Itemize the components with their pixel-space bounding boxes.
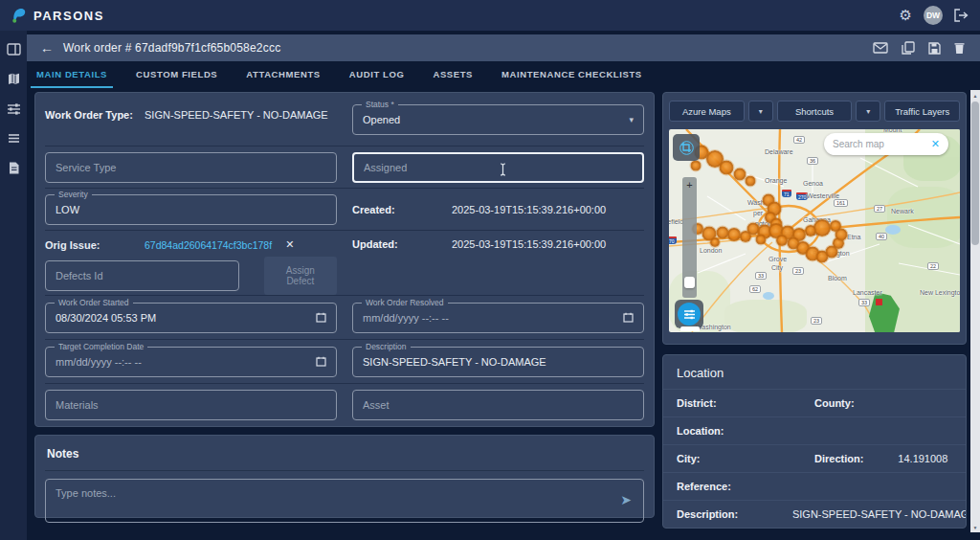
map-cluster-marker[interactable] [805,225,816,236]
tab-assets[interactable]: ASSETS [431,61,475,88]
map-select-area-button[interactable] [673,134,700,161]
copy-icon[interactable] [902,41,915,55]
route-shield: 36 [807,157,818,165]
assigned-field[interactable] [352,152,644,183]
save-icon[interactable] [928,42,941,55]
tab-custom-fields[interactable]: CUSTOM FIELDS [134,61,219,88]
map-place-label: Etna [847,234,860,240]
clear-search-icon[interactable]: ✕ [931,138,940,150]
defects-id-input[interactable] [56,270,229,281]
tab-main-details[interactable]: MAIN DETAILS [34,61,109,88]
work-order-started-field[interactable]: Work Order Started 08/30/2024 05:53 PM [45,303,337,333]
map-search-box[interactable]: Search map ✕ [824,133,948,155]
service-type-input[interactable] [56,162,326,173]
remove-orig-issue-icon[interactable]: ✕ [285,238,294,251]
map-cluster-marker[interactable] [727,228,741,241]
defects-id-field[interactable] [45,260,239,291]
target-completion-field[interactable]: Target Completion Date mm/dd/yyyy --:-- … [45,347,337,377]
map-cluster-marker[interactable] [813,219,831,236]
document-icon[interactable] [7,161,21,175]
user-avatar[interactable]: DW [924,6,943,25]
map-style-button[interactable] [675,300,703,328]
map-red-marker[interactable] [876,299,882,305]
assign-defect-button[interactable]: Assign Defect [264,257,337,295]
asset-field[interactable] [352,390,644,420]
calendar-icon[interactable] [623,312,634,323]
route-shield: 22 [927,262,939,270]
back-arrow-icon[interactable]: ← [40,40,54,56]
filter-sliders-icon[interactable] [7,101,21,116]
map-place-label: New Lexington [920,289,960,296]
map-place-label: per [753,210,763,216]
description-field[interactable]: Description SIGN-SPEED-SAFETY - NO-DAMAG… [352,347,644,377]
map-cluster-marker[interactable] [756,235,767,245]
settings-gear-icon[interactable]: ⚙ [900,7,912,24]
work-order-resolved-field[interactable]: Work Order Resolved mm/dd/yyyy --:-- -- [352,303,644,333]
location-row-district-county: District: County: [663,390,966,417]
delete-trash-icon[interactable] [954,42,965,55]
map-place-label: Westerville [807,192,839,199]
dashboard-icon[interactable] [7,42,21,56]
tab-attachments[interactable]: ATTACHMENTS [244,61,323,88]
tab-maintenance-checklists[interactable]: MAINTENANCE CHECKLISTS [500,61,644,88]
notes-title: Notes [45,443,644,471]
work-order-type-value: SIGN-SPEED-SAFETY - NO-DAMAGE [145,109,328,121]
notes-textarea[interactable] [46,480,643,522]
map-cluster-marker[interactable] [710,237,720,247]
zoom-in-icon[interactable]: + [682,177,697,192]
severity-field[interactable]: Severity LOW [45,194,337,225]
status-value: Opened [363,114,400,125]
service-type-field[interactable] [45,152,337,183]
calendar-icon[interactable] [316,356,326,367]
materials-field[interactable] [45,390,337,420]
map-cluster-marker[interactable] [746,176,756,187]
asset-input[interactable] [363,399,634,411]
target-completion-value: mm/dd/yyyy --:-- -- [56,356,142,368]
send-note-icon[interactable]: ➤ [620,492,632,507]
updated-value: 2025-03-19T15:15:39.216+00:00 [452,238,606,250]
materials-input[interactable] [56,399,326,411]
map-place-label: Lancaster [853,289,882,296]
map-cluster-marker[interactable] [720,161,734,175]
map-cluster-marker[interactable] [776,235,788,246]
map-icon[interactable] [7,72,21,86]
traffic-layers-button[interactable]: Traffic Layers [884,101,960,122]
location-panel: Location District: County: Location: Cit… [662,354,967,529]
map-zoom-out-button[interactable] [680,326,700,331]
map-place-label: Delaware [765,148,793,155]
scrollbar-thumb[interactable] [971,101,979,245]
text-cursor-icon [499,163,507,176]
chevron-down-icon: ▾ [629,115,634,124]
location-row-location: Location: [663,417,966,445]
logout-icon[interactable] [954,9,969,22]
layers-sliders-icon [683,309,696,320]
district-label: District: [677,397,717,409]
severity-value: LOW [56,204,79,215]
brand-name: PARSONS [33,9,104,23]
shortcuts-chevron-icon[interactable]: ▾ [856,101,880,122]
page-scrollbar[interactable]: ▲ ▼ [970,90,980,532]
crop-icon [679,141,694,155]
email-icon[interactable] [873,42,888,54]
zoom-slider-thumb[interactable] [684,277,695,288]
work-order-started-label: Work Order Started [55,298,133,307]
notes-field[interactable]: ➤ [45,479,644,523]
scrollbar-up-arrow[interactable]: ▲ [970,90,980,101]
map-zoom-control[interactable]: + [682,177,697,298]
workorder-header: ← Work order # 67dadf9b7f1cf65b058e2ccc [27,34,980,61]
orig-issue-link[interactable]: 67d84ad26064174cf3bc178f [145,239,272,251]
calendar-icon[interactable] [316,312,326,323]
status-select[interactable]: Status * Opened ▾ [352,104,644,135]
map-canvas[interactable]: MountDelawareOrangeGenoaWestervilleNewar… [669,129,960,332]
shortcuts-button[interactable]: Shortcuts [777,101,853,122]
map-cluster-marker[interactable] [691,161,702,171]
map-cluster-marker[interactable] [734,169,746,181]
azure-maps-chevron-icon[interactable]: ▾ [748,101,773,122]
map-cluster-marker[interactable] [830,220,841,232]
scrollbar-down-arrow[interactable]: ▼ [970,522,980,532]
azure-maps-button[interactable]: Azure Maps [669,101,745,122]
description-value: SIGN-SPEED-SAFETY - NO-DAMAGE [363,356,546,368]
tab-audit-log[interactable]: AUDIT LOG [347,61,407,88]
location-description-value: SIGN-SPEED-SAFETY - NO-DAMAGE [792,508,967,520]
list-icon[interactable] [7,131,21,146]
